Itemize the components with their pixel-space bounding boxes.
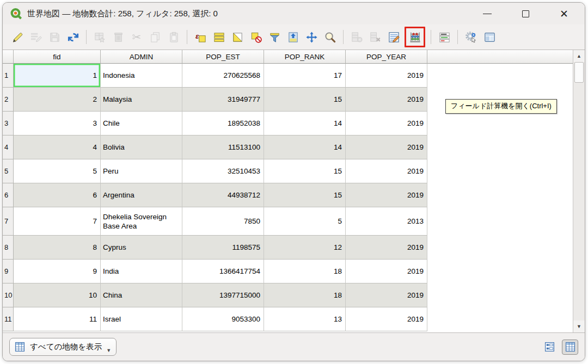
cell-admin[interactable]: China [101, 283, 182, 307]
cell-pop-rank[interactable]: 14 [264, 112, 346, 135]
cell-pop-rank[interactable]: 15 [264, 159, 346, 183]
cell-fid[interactable]: 6 [14, 183, 101, 207]
copy-button[interactable] [147, 29, 163, 45]
row-number[interactable]: 4 [3, 135, 14, 159]
delete-selected-button[interactable] [110, 29, 126, 45]
edit-field-button[interactable] [385, 29, 402, 45]
header-corner[interactable] [3, 50, 14, 64]
cell-pop-est[interactable]: 9053300 [182, 307, 264, 331]
minimize-button[interactable] [483, 14, 492, 14]
cell-pop-year[interactable]: 2019 [346, 260, 427, 283]
paste-button[interactable] [166, 29, 182, 45]
cell-fid[interactable]: 9 [14, 260, 101, 283]
field-calculator-button[interactable] [407, 29, 423, 45]
deselect-all-button[interactable] [248, 29, 264, 45]
table-view-button[interactable] [562, 340, 578, 355]
cell-pop-rank[interactable]: 18 [264, 283, 346, 307]
row-number[interactable]: 7 [3, 207, 14, 236]
column-header-fid[interactable]: fid [14, 50, 101, 64]
cell-admin[interactable]: Peru [101, 159, 182, 183]
cell-pop-year[interactable]: 2019 [346, 88, 427, 112]
row-number[interactable]: 11 [3, 307, 14, 331]
multiedit-button[interactable] [28, 29, 44, 45]
cell-pop-year[interactable]: 2019 [346, 159, 427, 183]
cell-fid[interactable]: 5 [14, 159, 101, 183]
cell-pop-year[interactable]: 2019 [346, 183, 427, 207]
row-number[interactable]: 9 [3, 260, 14, 283]
cell-admin[interactable]: Argentina [101, 183, 182, 207]
pan-to-selection-button[interactable] [303, 29, 320, 45]
select-by-form-button[interactable] [266, 29, 283, 45]
save-edits-button[interactable] [46, 29, 63, 45]
scrollbar-thumb[interactable] [574, 62, 584, 83]
cell-pop-year[interactable]: 2019 [346, 112, 427, 135]
cut-button[interactable]: ✂ [128, 29, 145, 45]
actions-button[interactable] [463, 29, 479, 45]
cell-pop-rank[interactable]: 14 [264, 135, 346, 159]
cell-pop-rank[interactable]: 12 [264, 236, 346, 260]
cell-admin[interactable]: India [101, 260, 182, 283]
invert-selection-button[interactable] [229, 29, 246, 45]
cell-pop-est[interactable]: 1198575 [182, 236, 264, 260]
cell-pop-est[interactable]: 44938712 [182, 183, 264, 207]
cell-pop-rank[interactable]: 5 [264, 207, 346, 236]
cell-pop-year[interactable]: 2019 [346, 307, 427, 331]
cell-admin[interactable]: Israel [101, 307, 182, 331]
row-number[interactable]: 8 [3, 236, 14, 260]
row-number[interactable]: 6 [3, 183, 14, 207]
row-number[interactable]: 1 [3, 64, 14, 88]
cell-pop-year[interactable]: 2013 [346, 207, 427, 236]
cell-pop-est[interactable]: 1397715000 [182, 283, 264, 307]
cell-pop-rank[interactable]: 17 [264, 64, 346, 88]
column-header-admin[interactable]: ADMIN [101, 50, 182, 64]
cell-admin[interactable]: Indonesia [101, 64, 182, 88]
cell-fid[interactable]: 3 [14, 112, 101, 135]
cell-admin[interactable]: Dhekelia Sovereign Base Area [101, 207, 182, 236]
row-number[interactable]: 5 [3, 159, 14, 183]
cell-fid[interactable]: 8 [14, 236, 101, 260]
cell-fid[interactable]: 4 [14, 135, 101, 159]
cell-pop-rank[interactable]: 13 [264, 307, 346, 331]
scroll-up-button[interactable]: ▲ [573, 50, 585, 62]
cell-fid[interactable]: 7 [14, 207, 101, 236]
delete-field-button[interactable] [367, 29, 383, 45]
cell-pop-est[interactable]: 7850 [182, 207, 264, 236]
form-view-button[interactable] [541, 340, 558, 355]
add-feature-button[interactable] [91, 29, 108, 45]
row-number[interactable]: 10 [3, 283, 14, 307]
cell-pop-rank[interactable]: 15 [264, 183, 346, 207]
toggle-editing-button[interactable] [9, 29, 26, 45]
cell-admin[interactable]: Cyprus [101, 236, 182, 260]
cell-pop-est[interactable]: 31949777 [182, 88, 264, 112]
row-number[interactable]: 3 [3, 112, 14, 135]
cell-admin[interactable]: Chile [101, 112, 182, 135]
cell-pop-rank[interactable]: 15 [264, 88, 346, 112]
select-all-button[interactable] [211, 29, 227, 45]
column-header-pop-est[interactable]: POP_EST [182, 50, 264, 64]
vertical-scrollbar[interactable]: ▲ ▼ [573, 50, 585, 332]
cell-pop-est[interactable]: 1366417754 [182, 260, 264, 283]
organize-columns-button[interactable] [348, 29, 365, 45]
scrollbar-track[interactable] [573, 83, 585, 320]
cell-fid[interactable]: 10 [14, 283, 101, 307]
cell-admin[interactable]: Bolivia [101, 135, 182, 159]
cell-pop-year[interactable]: 2019 [346, 236, 427, 260]
select-by-expression-button[interactable]: ε [192, 29, 209, 45]
cell-fid[interactable]: 2 [14, 88, 101, 112]
column-header-pop-year[interactable]: POP_YEAR [346, 50, 427, 64]
cell-pop-year[interactable]: 2019 [346, 135, 427, 159]
cell-pop-est[interactable]: 18952038 [182, 112, 264, 135]
zoom-to-selection-button[interactable] [322, 29, 338, 45]
column-header-pop-rank[interactable]: POP_RANK [264, 50, 346, 64]
row-number[interactable]: 2 [3, 88, 14, 112]
cell-pop-rank[interactable]: 18 [264, 260, 346, 283]
close-button[interactable]: ✕ [560, 9, 568, 19]
cell-admin[interactable]: Malaysia [101, 88, 182, 112]
cell-pop-est[interactable]: 270625568 [182, 64, 264, 88]
feature-filter-button[interactable]: すべての地物を表示 ▼ [9, 338, 117, 356]
reload-button[interactable] [65, 29, 81, 45]
cell-fid[interactable]: 1 [14, 64, 101, 88]
cell-pop-est[interactable]: 11513100 [182, 135, 264, 159]
cell-pop-year[interactable]: 2019 [346, 64, 427, 88]
cell-fid[interactable]: 11 [14, 307, 101, 331]
